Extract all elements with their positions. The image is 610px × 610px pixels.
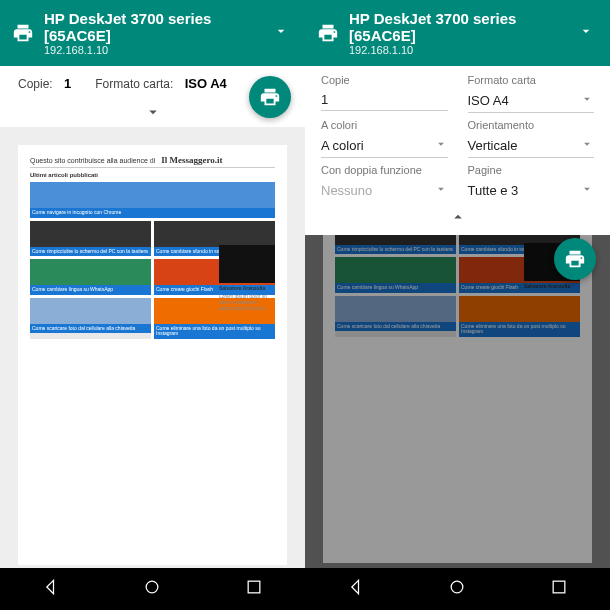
android-navbar	[305, 568, 610, 610]
article-card: Come scaricare foto dal cellulare alla c…	[30, 298, 151, 339]
section-title: Ultimi articoli pubblicati	[30, 172, 275, 178]
preview-page-1: Questo sito contribuisce alla audience d…	[323, 235, 592, 563]
print-header[interactable]: HP DeskJet 3700 series [65AC6E] 192.168.…	[305, 0, 610, 66]
chevron-down-icon[interactable]	[578, 23, 598, 43]
printer-name: HP DeskJet 3700 series [65AC6E]	[349, 10, 568, 44]
copies-option: Copie: 1	[18, 76, 71, 91]
copies-field[interactable]: Copie1	[321, 74, 448, 113]
home-button[interactable]	[447, 577, 467, 601]
recent-button[interactable]	[244, 577, 264, 601]
collapse-options-button[interactable]	[321, 206, 594, 231]
svg-point-0	[147, 581, 159, 593]
svg-rect-3	[553, 581, 565, 593]
android-navbar	[0, 568, 305, 610]
printer-icon	[317, 22, 339, 44]
back-button[interactable]	[346, 577, 366, 601]
back-button[interactable]	[41, 577, 61, 601]
print-header[interactable]: HP DeskJet 3700 series [65AC6E] 192.168.…	[0, 0, 305, 66]
print-preview-dimmed: Questo sito contribuisce alla audience d…	[305, 235, 610, 568]
color-dropdown[interactable]: A coloriA colori	[321, 119, 448, 158]
print-fab-button[interactable]	[249, 76, 291, 118]
svg-point-2	[452, 581, 464, 593]
svg-rect-1	[248, 581, 260, 593]
paper-option: Formato carta: ISO A4	[95, 76, 227, 91]
print-preview[interactable]: Questo sito contribuisce alla audience d…	[0, 127, 305, 568]
print-fab-button[interactable]	[554, 238, 596, 280]
printer-name: HP DeskJet 3700 series [65AC6E]	[44, 10, 263, 44]
print-options-expanded: Copie1 Formato cartaISO A4 A coloriA col…	[305, 66, 610, 235]
printer-ip: 192.168.1.10	[349, 44, 568, 56]
article-card: Come rimpicciolire lo schermo del PC con…	[30, 221, 151, 257]
printer-ip: 192.168.1.10	[44, 44, 263, 56]
duplex-dropdown[interactable]: Con doppia funzioneNessuno	[321, 164, 448, 202]
article-card: Come navigare in incognito con Chrome	[30, 182, 275, 218]
chevron-down-icon[interactable]	[273, 23, 293, 43]
orientation-dropdown[interactable]: OrientamentoVerticale	[468, 119, 595, 158]
home-button[interactable]	[142, 577, 162, 601]
pages-dropdown[interactable]: PagineTutte e 3	[468, 164, 595, 202]
preview-page-1[interactable]: Questo sito contribuisce alla audience d…	[18, 145, 287, 565]
author-box: Salvatore AranzullaLorem ipsum dolor sit…	[219, 245, 275, 311]
printer-icon	[12, 22, 34, 44]
page-indicator: 1/3	[323, 567, 592, 568]
paper-dropdown[interactable]: Formato cartaISO A4	[468, 74, 595, 113]
recent-button[interactable]	[549, 577, 569, 601]
article-card: Come cambiare lingua su WhatsApp	[30, 259, 151, 295]
